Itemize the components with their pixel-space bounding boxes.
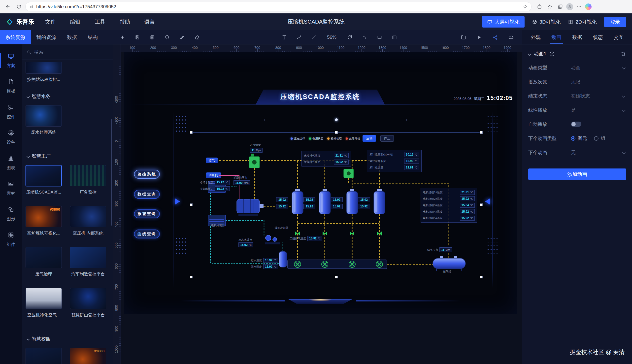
rail-item-方案[interactable]: 方案 (0, 53, 22, 68)
chevron-down-icon[interactable] (622, 150, 626, 154)
menu-item-帮助[interactable]: 帮助 (120, 18, 130, 25)
section-header-智慧工厂[interactable]: 智慧工厂 (27, 153, 109, 160)
menu-item-工具[interactable]: 工具 (95, 18, 105, 25)
list-item[interactable]: 压缩机SCADA监... (26, 165, 62, 195)
browser-menu-icon[interactable] (575, 2, 584, 11)
thumbnail[interactable] (26, 105, 62, 126)
thumbnail[interactable] (26, 165, 62, 186)
list-item[interactable]: 空压机净化空气... (26, 288, 62, 318)
share-icon[interactable] (491, 33, 499, 42)
selection-handle[interactable] (480, 276, 482, 278)
chevron-down-icon[interactable] (528, 52, 531, 55)
back-icon[interactable] (4, 2, 12, 11)
rail-item-图形[interactable]: 图形 (0, 206, 22, 222)
url-text[interactable]: https://v.le5le.com/?r=1754377309052 (36, 4, 520, 10)
thumbnail[interactable] (70, 165, 106, 186)
section-header-智慧水务[interactable]: 智慧水务 (27, 93, 109, 100)
props-tab-动画[interactable]: 动画 (552, 30, 562, 44)
list-item[interactable]: 空压机 内部系统 (70, 206, 106, 236)
rect-icon[interactable] (375, 33, 384, 42)
shield-icon[interactable] (163, 33, 171, 42)
collections-icon[interactable] (556, 2, 565, 11)
table-icon[interactable] (390, 33, 398, 42)
library-scrollbar[interactable] (111, 119, 112, 226)
list-item[interactable]: 智慧矿山管控平台 (70, 288, 106, 318)
chevron-down-icon[interactable] (622, 94, 626, 98)
section-header-智慧校园[interactable]: 智慧校园 (27, 336, 109, 342)
bookmark-star-icon[interactable] (523, 4, 527, 9)
prop-value[interactable]: 初始状态 (571, 93, 616, 99)
list-item[interactable] (26, 348, 62, 364)
favorites-icon[interactable] (546, 2, 554, 11)
list-item[interactable]: ¥3600 (70, 348, 106, 364)
search-input[interactable] (34, 50, 101, 55)
thumbnail[interactable]: ¥3800 (26, 206, 62, 227)
trash-icon[interactable] (620, 51, 626, 56)
eraser-icon[interactable] (192, 33, 201, 42)
note-icon[interactable] (148, 33, 156, 42)
thumbnail[interactable]: ¥3600 (70, 348, 106, 364)
toggle-switch[interactable] (571, 122, 582, 127)
menu-item-语言[interactable]: 语言 (144, 18, 155, 25)
radio-option-图元[interactable]: 图元 (571, 135, 587, 142)
line-icon[interactable] (310, 33, 318, 42)
fit-icon[interactable] (360, 33, 369, 42)
scada-menu-曲线查询[interactable]: 曲线查询 (134, 230, 160, 238)
selection-handle[interactable] (480, 204, 482, 206)
list-item[interactable]: ¥3800高炉炼铁可视化... (26, 206, 62, 236)
props-tab-数据[interactable]: 数据 (572, 30, 582, 44)
thumbnail[interactable] (26, 348, 62, 364)
scada-menu-监控系统[interactable]: 监控系统 (134, 170, 160, 179)
big-screen-button[interactable]: 大屏可视化 (482, 16, 524, 28)
prop-value[interactable]: 动画 (571, 64, 616, 71)
reload-icon[interactable] (346, 33, 354, 42)
prop-value[interactable]: 无 (571, 149, 616, 156)
thumbnail[interactable] (70, 247, 106, 268)
prop-value[interactable]: 是 (571, 107, 616, 114)
copilot-icon[interactable] (585, 4, 592, 10)
props-tab-状态[interactable]: 状态 (593, 30, 603, 44)
address-bar[interactable]: https://v.le5le.com/?r=1754377309052 (25, 2, 532, 12)
list-item[interactable]: 换热站远程监控... (26, 62, 62, 82)
selection-handle[interactable] (190, 131, 192, 134)
rail-item-设备[interactable]: 设备 (0, 130, 22, 145)
thumbnail[interactable] (26, 288, 62, 309)
cloud-icon[interactable] (507, 33, 515, 42)
save-icon[interactable] (133, 33, 142, 42)
props-tab-交互[interactable]: 交互 (614, 30, 624, 44)
selection-handle[interactable] (335, 131, 338, 134)
folder-icon[interactable] (459, 33, 468, 42)
chevron-down-icon[interactable] (622, 108, 626, 112)
thumbnail[interactable] (70, 206, 106, 227)
view-3d-button[interactable]: 3D可视化 (532, 18, 561, 25)
text-icon[interactable] (280, 33, 288, 42)
selection-handle[interactable] (190, 276, 192, 278)
selection-handle[interactable] (480, 131, 482, 134)
menu-item-编辑[interactable]: 编辑 (70, 18, 80, 25)
login-button[interactable]: 登录 (604, 16, 626, 27)
radio-option-组[interactable]: 组 (594, 135, 606, 142)
list-item[interactable]: 厂务监控 (70, 165, 106, 195)
zoom-level[interactable]: 56% (324, 34, 339, 40)
list-item[interactable]: 废水处理系统 (26, 105, 62, 135)
thumbnail[interactable] (70, 288, 106, 309)
prop-value[interactable]: 无限 (571, 79, 626, 85)
menu-item-文件[interactable]: 文件 (45, 18, 56, 25)
props-tab-外观[interactable]: 外观 (531, 30, 541, 44)
tab-结构[interactable]: 结构 (82, 30, 103, 44)
rail-item-模板[interactable]: 模板 (0, 78, 22, 94)
list-filter-icon[interactable] (103, 50, 108, 54)
refresh-icon[interactable] (14, 2, 23, 11)
scada-design[interactable]: 压缩机SCADA监控系统 2025-08-05 星期二 15:02:05 进气 (124, 52, 516, 314)
tab-系统资源[interactable]: 系统资源 (0, 30, 31, 44)
canvas-surface[interactable]: 压缩机SCADA监控系统 2025-08-05 星期二 15:02:05 进气 (121, 52, 522, 364)
play-circle-icon[interactable] (549, 51, 555, 56)
list-item[interactable]: 废气治理 (26, 247, 62, 277)
rail-item-控件[interactable]: 控件 (0, 104, 22, 120)
rail-item-素材[interactable]: 素材 (0, 181, 22, 196)
rail-item-图表[interactable]: 图表 (0, 155, 22, 171)
chevron-down-icon[interactable] (622, 66, 626, 69)
list-item[interactable]: 汽车制造管控平台 (70, 247, 106, 277)
profile-avatar[interactable] (566, 3, 573, 10)
thumbnail[interactable] (26, 62, 62, 74)
